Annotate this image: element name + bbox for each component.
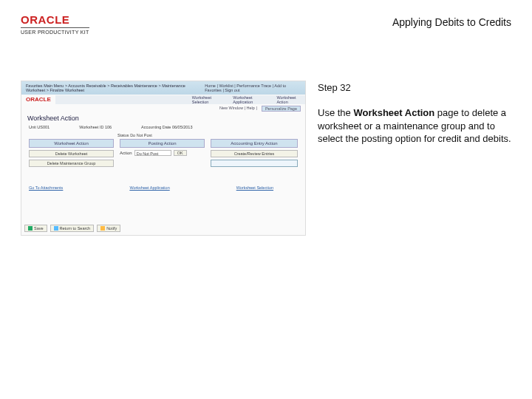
step-label: Step 32: [318, 82, 511, 93]
ss-breadcrumb: Favorites Main Menu > Accounts Receivabl…: [26, 83, 205, 92]
ok-button[interactable]: OK: [174, 150, 187, 156]
save-button[interactable]: Save: [24, 225, 47, 232]
header: ORACLE USER PRODUCTIVITY KIT Applying De…: [0, 0, 532, 39]
ss-bluebox: [211, 160, 298, 167]
save-icon: [28, 226, 33, 231]
ss-status-row: Status Do Not Post: [21, 131, 305, 139]
attachments-link[interactable]: Go To Attachments: [29, 185, 63, 190]
delete-worksheet-button[interactable]: Delete Worksheet: [29, 150, 114, 157]
delete-maint-group-button[interactable]: Delete Maintenance Group: [29, 160, 114, 167]
notify-icon: [100, 226, 105, 231]
ss-unit: Unit US001: [29, 125, 50, 129]
ss-newwin: New Window | Help |: [219, 106, 257, 112]
instruction-panel: Step 32 Use the Worksheet Action page to…: [318, 81, 511, 146]
ss-status-value: Do Not Post: [130, 133, 152, 137]
ss-info-row: Unit US001 Worksheet ID 106 Accounting D…: [21, 123, 305, 131]
app-screenshot: Favorites Main Menu > Accounts Receivabl…: [21, 81, 306, 236]
ss-tab[interactable]: Worksheet Application: [233, 95, 269, 104]
desc-part: Use the: [318, 107, 353, 118]
ss-wsid: Worksheet ID 106: [79, 125, 112, 129]
return-button[interactable]: Return to Search: [50, 225, 95, 232]
ss-sublinks: New Window | Help | Personalize Page: [21, 104, 305, 113]
ss-top-links: Home | Worklist | Performance Trace | Ad…: [205, 83, 301, 92]
ss-tab-row: Worksheet Selection Worksheet Applicatio…: [55, 95, 305, 104]
notify-button[interactable]: Notify: [97, 225, 120, 232]
page-title: Applying Debits to Credits: [392, 16, 511, 28]
ss-tab[interactable]: Worksheet Action: [276, 95, 305, 104]
oracle-logo: ORACLE: [21, 13, 89, 26]
ss-oracle-logo: ORACLE: [21, 95, 55, 104]
ss-footer-buttons: Save Return to Search Notify: [24, 225, 120, 232]
ws-app-link[interactable]: Worksheet Application: [129, 185, 169, 190]
main-area: Favorites Main Menu > Accounts Receivabl…: [0, 81, 532, 236]
ss-links-row: Go To Attachments Worksheet Application …: [21, 169, 305, 193]
ws-sel-link[interactable]: Worksheet Selection: [236, 185, 273, 190]
return-label: Return to Search: [60, 226, 91, 231]
ss-col-head: Accounting Entry Action: [211, 139, 298, 148]
create-review-button[interactable]: Create/Review Entries: [211, 150, 298, 157]
ss-columns: Worksheet Action Delete Worksheet Delete…: [21, 139, 305, 169]
ss-action-label: Action: [120, 151, 132, 155]
action-select[interactable]: Do Not Post: [134, 150, 171, 156]
desc-bold: Worksheet Action: [353, 107, 434, 118]
step-description: Use the Worksheet Action page to delete …: [318, 106, 511, 146]
ss-col-head: Worksheet Action: [29, 139, 114, 148]
upk-subtitle: USER PRODUCTIVITY KIT: [21, 27, 89, 35]
ss-page-heading: Worksheet Action: [21, 113, 305, 123]
ss-tab[interactable]: Worksheet Selection: [192, 95, 226, 104]
logo-block: ORACLE USER PRODUCTIVITY KIT: [21, 13, 89, 35]
ss-status-label: Status: [117, 133, 129, 137]
ss-col-head: Posting Action: [120, 139, 205, 148]
save-label: Save: [34, 226, 44, 231]
notify-label: Notify: [106, 226, 117, 231]
ss-personalize[interactable]: Personalize Page: [262, 106, 301, 112]
return-icon: [54, 226, 58, 231]
ss-breadcrumb-bar: Favorites Main Menu > Accounts Receivabl…: [21, 81, 305, 95]
ss-acct-date: Accounting Date 06/05/2013: [141, 125, 192, 129]
